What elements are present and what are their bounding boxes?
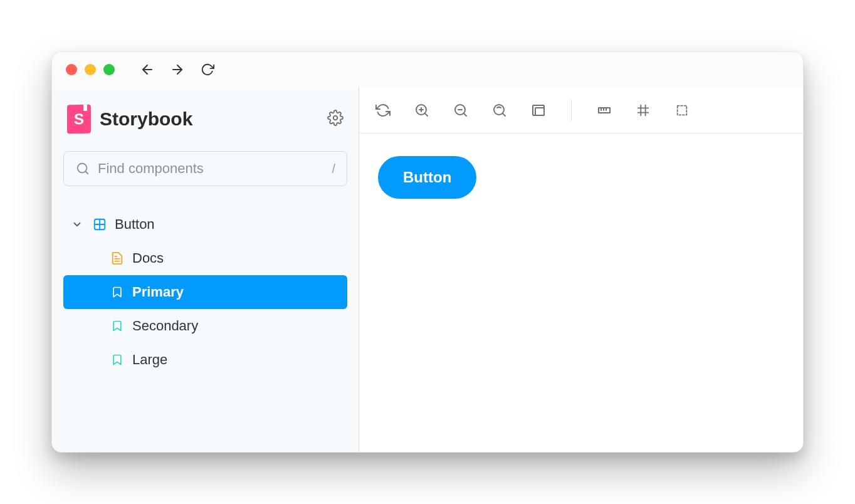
maximize-window-button[interactable] — [103, 64, 115, 75]
svg-point-2 — [333, 116, 338, 120]
search-icon — [75, 161, 90, 176]
storybook-logo-icon: S — [67, 105, 91, 134]
window-controls — [66, 64, 115, 75]
titlebar — [52, 52, 803, 87]
tree-component-button[interactable]: Button — [63, 207, 347, 241]
brand-header: S Storybook — [63, 105, 347, 134]
sidebar: S Storybook / — [52, 87, 359, 452]
app-window: S Storybook / — [51, 51, 804, 453]
grid-button[interactable] — [634, 102, 652, 119]
zoom-reset-button[interactable] — [491, 102, 508, 119]
svg-line-16 — [464, 113, 466, 115]
tree-component-label: Button — [115, 216, 155, 233]
bookmark-icon — [110, 352, 125, 367]
canvas-toolbar — [359, 87, 803, 134]
content-area: S Storybook / — [52, 87, 803, 452]
close-window-button[interactable] — [66, 64, 77, 75]
tree-item-secondary[interactable]: Secondary — [63, 309, 347, 343]
svg-rect-21 — [535, 108, 544, 115]
tree-item-docs[interactable]: Docs — [63, 241, 347, 275]
main-panel: Button — [359, 87, 803, 452]
search-input[interactable] — [98, 160, 324, 177]
svg-line-19 — [503, 113, 505, 115]
measure-button[interactable] — [595, 102, 613, 119]
settings-button[interactable] — [327, 110, 344, 129]
forward-button[interactable] — [169, 61, 186, 78]
viewport-button[interactable] — [530, 102, 547, 119]
tree-item-large[interactable]: Large — [63, 343, 347, 377]
component-tree: Button Docs Primary — [63, 207, 347, 377]
tree-item-primary[interactable]: Primary — [63, 275, 347, 309]
logo-letter: S — [74, 110, 84, 128]
bookmark-icon — [110, 285, 125, 300]
svg-rect-30 — [678, 105, 687, 115]
tree-item-label: Docs — [132, 250, 164, 266]
minimize-window-button[interactable] — [85, 64, 96, 75]
document-icon — [110, 251, 125, 266]
chevron-down-icon — [70, 217, 85, 232]
search-box[interactable]: / — [63, 151, 347, 186]
search-shortcut-hint: / — [332, 162, 335, 176]
demo-button[interactable]: Button — [378, 156, 476, 199]
zoom-out-button[interactable] — [452, 102, 469, 119]
preview-canvas: Button — [359, 134, 803, 452]
tree-item-label: Secondary — [132, 318, 198, 334]
outline-button[interactable] — [673, 102, 691, 119]
tree-item-label: Large — [132, 352, 167, 368]
brand-name: Storybook — [100, 108, 192, 130]
reload-button[interactable] — [199, 61, 216, 78]
zoom-in-button[interactable] — [413, 102, 431, 119]
tree-item-label: Primary — [132, 284, 184, 300]
toolbar-divider — [571, 100, 572, 121]
svg-line-4 — [85, 171, 88, 174]
back-button[interactable] — [139, 61, 156, 78]
bookmark-icon — [110, 318, 125, 333]
svg-line-12 — [425, 113, 428, 115]
component-icon — [92, 217, 107, 232]
remount-button[interactable] — [374, 102, 392, 119]
